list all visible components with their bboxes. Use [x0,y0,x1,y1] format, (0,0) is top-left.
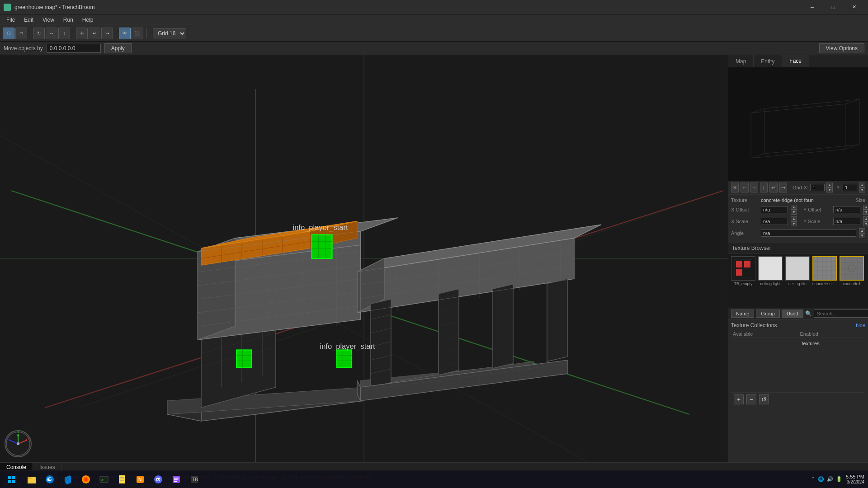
view-options-button[interactable]: View Options [819,43,864,53]
x-offset-up[interactable]: ▲ [791,205,797,210]
start-button[interactable] [4,471,20,488]
rotate-btn[interactable]: ↻ [33,28,45,39]
y-offset-input[interactable]: n/a [833,206,860,213]
tc-remove-btn[interactable]: − [746,394,756,404]
x-offset-down[interactable]: ▼ [791,210,797,215]
flip-h-btn[interactable]: ↔ [46,28,57,39]
tray-chevron[interactable]: ⌃ [811,476,815,482]
y-scale-up[interactable]: ▲ [863,216,868,221]
grid-x-up[interactable]: ▲ [826,183,833,188]
tab-face[interactable]: Face [782,55,809,67]
minimize-button[interactable]: ─ [802,0,823,14]
menu-run[interactable]: Run [59,16,78,24]
tc-add-btn[interactable]: + [734,394,744,404]
3d-preview [728,68,868,181]
svg-rect-155 [12,480,15,483]
taskbar-terminal[interactable]: >_ [96,471,112,488]
grid-y-down[interactable]: ▼ [859,188,865,192]
svg-rect-180 [174,479,178,480]
move-input[interactable]: 0.0 0.0 0.0 [47,44,101,53]
redo-btn[interactable]: ↪ [101,28,113,39]
close-button[interactable]: ✕ [844,0,864,14]
select-tool-btn[interactable]: ⬡ [3,28,14,39]
maximize-button[interactable]: □ [823,0,844,14]
navigation-gizmo[interactable]: X Y Z [5,430,32,457]
taskbar-app10[interactable]: TB [186,471,203,488]
title-bar: greenhouse.map* - TrenchBroom ─ □ ✕ [0,0,868,14]
entity-btn[interactable]: ⬛ [132,28,143,39]
tool-back-btn[interactable]: ← [741,183,748,192]
x-offset-input[interactable]: n/a [761,206,788,213]
svg-point-176 [157,479,158,479]
tc-columns: Available Enabled textures [731,330,865,392]
y-offset-up[interactable]: ▲ [863,205,868,210]
taskbar-app9[interactable] [168,471,184,488]
search-icon: 🔍 [805,310,812,317]
menu-file[interactable]: File [2,16,19,24]
tray-volume[interactable]: 🔊 [827,476,833,482]
apply-button[interactable]: Apply [104,43,132,53]
window-title: greenhouse.map* - TrenchBroom [14,4,94,10]
texture-item-concrete1[interactable]: concrete1 [839,255,865,306]
menu-view[interactable]: View [38,16,59,24]
move-btn[interactable]: ✛ [76,28,88,39]
tc-reload-btn[interactable]: ↺ [759,394,769,404]
create-brush-btn[interactable]: ◻ [15,28,27,39]
toolbar: ⬡ ◻ ↻ ↔ ↕ ✛ ↩ ↪ 👁 ⬛ Grid 16 Grid 1 Grid … [0,25,868,42]
texture-item-ceiling-tile[interactable]: ceiling-tile [784,255,811,306]
menu-edit[interactable]: Edit [19,16,38,24]
svg-marker-74 [439,289,459,375]
texture-item-ceiling-light[interactable]: ceiling-light [757,255,783,306]
taskbar-discord[interactable] [150,471,166,488]
svg-text:Z: Z [6,436,9,441]
y-offset-down[interactable]: ▼ [863,210,868,215]
tool-redo-btn[interactable]: ↪ [779,183,787,192]
tc-footer: + − ↺ [731,392,865,406]
angle-up[interactable]: ▲ [859,228,865,233]
grid-y-up[interactable]: ▲ [859,183,865,188]
texture-browser-header: Texture Browser [728,243,868,253]
tab-map[interactable]: Map [728,55,754,67]
taskbar-firefox[interactable] [78,471,94,488]
tool-x-btn[interactable]: ✕ [731,183,739,192]
tool-forward-btn[interactable]: → [750,183,758,192]
texture-item-tb-empty[interactable]: TB_empty [730,255,756,306]
tc-enabled-content: textures [798,338,866,392]
x-scale-up[interactable]: ▲ [791,216,797,221]
menu-help[interactable]: Help [78,16,98,24]
tab-entity[interactable]: Entity [754,55,782,67]
texture-browser: Texture Browser TB_empty [728,243,868,320]
angle-input[interactable]: n/a [761,230,856,237]
taskbar-explorer[interactable] [24,471,40,488]
grid-x-down[interactable]: ▼ [826,188,833,192]
tc-hide-btn[interactable]: hide [856,323,865,328]
flip-v-btn[interactable]: ↕ [58,28,70,39]
y-scale-input[interactable]: n/a [833,218,860,225]
camera-btn[interactable]: 👁 [119,28,131,39]
filter-group-btn[interactable]: Group [756,310,780,318]
filter-name-btn[interactable]: Name [731,310,754,318]
y-scale-down[interactable]: ▼ [863,221,868,226]
texture-item-concrete-ridge[interactable]: concrete-ridge [811,255,838,306]
taskbar-notes[interactable] [114,471,130,488]
grid-inputs: X: 1 ▲ ▼ Y: 1 ▲ ▼ [804,183,865,192]
viewport[interactable]: info_player_start [0,55,728,462]
filter-used-btn[interactable]: Used [782,310,803,318]
taskbar-edge[interactable] [42,471,58,488]
taskbar-vscode[interactable] [60,471,76,488]
angle-down[interactable]: ▼ [859,233,865,238]
x-scale-down[interactable]: ▼ [791,221,797,226]
tray-battery[interactable]: 🔋 [836,476,842,482]
grid-y-input[interactable]: 1 [843,184,857,191]
taskbar-app7[interactable]: N [132,471,148,488]
tool-undo-btn[interactable]: ↩ [769,183,777,192]
clock[interactable]: 5:55 PM 3/2/2024 [846,474,864,484]
undo-btn[interactable]: ↩ [89,28,100,39]
x-scale-input[interactable]: n/a [761,218,788,225]
grid-x-input[interactable]: 1 [810,184,825,191]
tc-item-textures[interactable]: textures [800,340,864,347]
texture-name-concrete1: concrete1 [843,282,861,286]
texture-search-input[interactable] [814,310,868,318]
tray-network[interactable]: 🌐 [818,476,824,482]
grid-select[interactable]: Grid 16 Grid 1 Grid 2 Grid 4 Grid 8 Grid… [153,28,186,38]
